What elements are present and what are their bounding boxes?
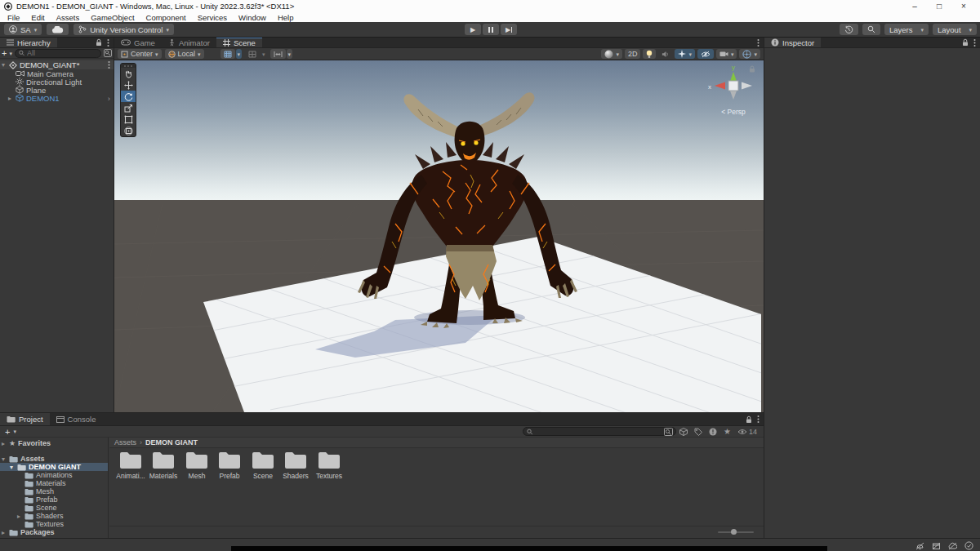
hidden-items-indicator[interactable]: 14 bbox=[737, 428, 757, 436]
menu-window[interactable]: Window bbox=[233, 13, 272, 22]
move-snap-button[interactable] bbox=[270, 49, 286, 59]
tree-assets[interactable]: ▾ Assets bbox=[0, 455, 108, 463]
caret-down-icon[interactable]: ▾ bbox=[0, 61, 7, 69]
undo-history-button[interactable] bbox=[840, 24, 858, 35]
search-window-icon[interactable] bbox=[664, 428, 673, 436]
breadcrumb-current[interactable]: DEMON GIANT bbox=[145, 438, 198, 447]
tab-animator[interactable]: Animator bbox=[162, 38, 216, 47]
import-package-icon[interactable] bbox=[679, 428, 688, 436]
lock-icon[interactable] bbox=[96, 38, 102, 47]
caret-right-icon[interactable]: ▸ bbox=[0, 440, 7, 447]
tab-scene[interactable]: Scene bbox=[216, 38, 262, 47]
cloud-slash-icon[interactable] bbox=[948, 542, 957, 550]
menu-services[interactable]: Services bbox=[192, 13, 233, 22]
tree-favorites[interactable]: ▸ ★ Favorites bbox=[0, 439, 108, 447]
scene-row[interactable]: ▾ DEMON_GIANT* bbox=[0, 60, 114, 69]
search-filter-icon[interactable] bbox=[104, 49, 112, 57]
kebab-menu-icon[interactable] bbox=[107, 38, 109, 47]
asset-folder-materials[interactable]: Materials bbox=[147, 451, 180, 480]
pause-button[interactable] bbox=[483, 24, 499, 35]
tab-game[interactable]: Game bbox=[114, 38, 162, 47]
asset-folder-shaders[interactable]: Shaders bbox=[279, 451, 312, 480]
tab-console[interactable]: Console bbox=[50, 413, 103, 425]
scene-viewport[interactable]: y x < Persp bbox=[114, 60, 764, 412]
alert-circle-icon[interactable] bbox=[709, 428, 717, 436]
search-button[interactable] bbox=[862, 24, 880, 35]
caret-down-icon[interactable]: ▾ bbox=[8, 464, 15, 471]
caret-right-icon[interactable]: ▸ bbox=[7, 95, 13, 102]
account-button[interactable]: SA▾ bbox=[4, 24, 42, 35]
asset-folder-textures[interactable]: Textures bbox=[313, 451, 345, 480]
project-search-input[interactable] bbox=[536, 428, 672, 436]
rotate-tool-button[interactable] bbox=[121, 91, 136, 102]
minimize-button[interactable]: – bbox=[902, 0, 927, 12]
menu-assets[interactable]: Assets bbox=[51, 13, 86, 22]
tab-project[interactable]: Project bbox=[0, 413, 50, 425]
tree-prefab[interactable]: Prefab bbox=[0, 495, 108, 504]
camera-settings-dropdown[interactable]: ▾ bbox=[716, 49, 737, 59]
caret-down-icon[interactable]: ▾ bbox=[0, 455, 7, 463]
projection-label[interactable]: < Persp bbox=[721, 108, 746, 116]
thumbnail-size-slider[interactable] bbox=[718, 531, 754, 533]
kebab-menu-icon[interactable] bbox=[757, 415, 760, 424]
add-object-button[interactable]: + bbox=[2, 49, 7, 57]
breadcrumb-assets[interactable]: Assets bbox=[114, 438, 136, 447]
2d-mode-toggle[interactable]: 2D bbox=[625, 49, 641, 59]
snap-increment-button[interactable] bbox=[245, 49, 260, 59]
kebab-menu-icon[interactable] bbox=[973, 38, 976, 47]
tree-materials[interactable]: Materials bbox=[0, 479, 108, 487]
asset-folder-mesh[interactable]: Mesh bbox=[180, 451, 213, 480]
favorites-star-icon[interactable]: ★ bbox=[724, 428, 731, 436]
lock-icon[interactable] bbox=[962, 38, 969, 47]
prefab-open-chevron[interactable]: › bbox=[108, 94, 110, 103]
hierarchy-search-field[interactable] bbox=[15, 49, 101, 58]
scale-tool-button[interactable] bbox=[121, 102, 136, 113]
kebab-menu-icon[interactable] bbox=[757, 38, 760, 47]
rect-tool-button[interactable] bbox=[121, 113, 136, 125]
menu-edit[interactable]: Edit bbox=[25, 13, 50, 22]
draw-mode-dropdown[interactable]: ▾ bbox=[601, 49, 622, 59]
caret-right-icon[interactable]: ▸ bbox=[0, 529, 7, 536]
move-tool-button[interactable] bbox=[121, 79, 136, 91]
check-circle-icon[interactable] bbox=[964, 541, 973, 550]
caret-right-icon[interactable]: ▸ bbox=[16, 513, 22, 520]
tree-demon-giant-selected[interactable]: ▾ DEMON GIANT bbox=[0, 463, 108, 471]
snap-settings-dropdown[interactable]: ▾ bbox=[261, 49, 267, 59]
cloud-button[interactable] bbox=[47, 24, 69, 35]
grid-settings-dropdown[interactable]: ▾ bbox=[236, 49, 243, 59]
step-button[interactable]: ▶ bbox=[501, 24, 517, 35]
tool-handle-pivot-dropdown[interactable]: Center▾ bbox=[118, 49, 162, 59]
chevron-down-icon[interactable]: ▾ bbox=[13, 429, 16, 434]
bell-slash-icon[interactable] bbox=[915, 542, 924, 550]
move-snap-dropdown[interactable]: ▾ bbox=[287, 49, 293, 59]
audio-toggle[interactable] bbox=[658, 49, 672, 59]
effects-dropdown[interactable]: ▾ bbox=[675, 49, 695, 59]
tree-shaders[interactable]: ▸Shaders bbox=[0, 512, 108, 520]
tree-scene[interactable]: Scene bbox=[0, 504, 108, 512]
tree-textures[interactable]: Textures bbox=[0, 520, 108, 528]
menu-component[interactable]: Component bbox=[140, 13, 192, 22]
gizmos-dropdown[interactable]: ▾ bbox=[739, 49, 760, 59]
create-asset-button[interactable]: + bbox=[5, 428, 10, 436]
layers-dropdown[interactable]: Layers▾ bbox=[884, 24, 929, 35]
asset-folder-prefab[interactable]: Prefab bbox=[213, 451, 246, 480]
asset-folder-animations[interactable]: Animati... bbox=[114, 451, 147, 480]
menu-file[interactable]: File bbox=[2, 13, 25, 22]
close-button[interactable]: × bbox=[951, 0, 976, 12]
layout-dropdown[interactable]: Layout▾ bbox=[933, 24, 977, 35]
project-search-field[interactable] bbox=[523, 427, 676, 436]
tab-inspector[interactable]: Inspector bbox=[764, 38, 821, 47]
hierarchy-item-demon1[interactable]: ▸ DEMON1 › bbox=[0, 94, 114, 102]
version-control-button[interactable]: Unity Version Control▾ bbox=[74, 24, 174, 35]
hierarchy-item-main-camera[interactable]: Main Camera bbox=[0, 69, 114, 78]
tree-animations[interactable]: Animations bbox=[0, 471, 108, 479]
hierarchy-search-input[interactable] bbox=[27, 49, 97, 57]
slider-thumb[interactable] bbox=[731, 529, 737, 535]
lock-icon[interactable] bbox=[746, 415, 752, 424]
hierarchy-item-plane[interactable]: Plane bbox=[0, 86, 114, 94]
menu-help[interactable]: Help bbox=[272, 13, 300, 22]
label-tag-icon[interactable] bbox=[694, 428, 702, 436]
tree-mesh[interactable]: Mesh bbox=[0, 487, 108, 495]
hierarchy-item-directional-light[interactable]: Directional Light bbox=[0, 78, 114, 86]
tab-hierarchy[interactable]: Hierarchy bbox=[0, 38, 57, 47]
